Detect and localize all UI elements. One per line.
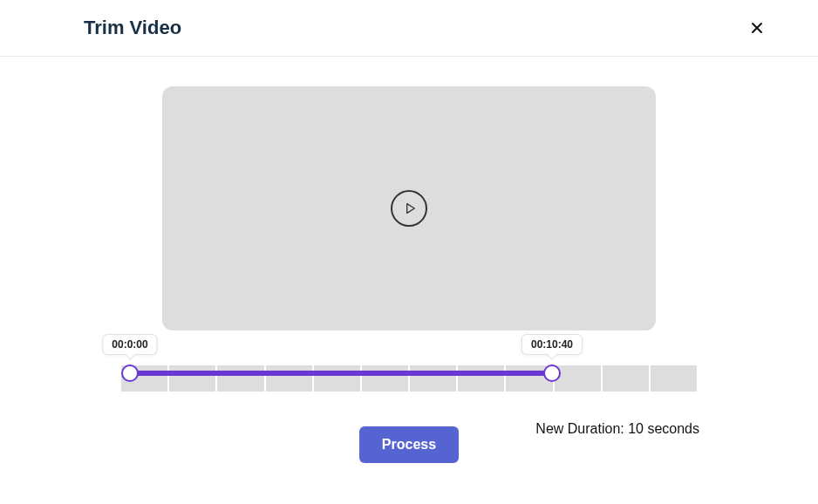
trim-slider[interactable]: 00:0:00 00:10:40 [121,365,697,392]
slider-segment [410,365,456,392]
video-preview [162,86,656,330]
trim-video-modal: Trim Video 00:0:00 00:10:40 [0,0,818,504]
slider-segment [555,365,601,392]
modal-title: Trim Video [84,17,181,39]
slider-segment [169,365,215,392]
slider-segment [651,365,697,392]
play-icon [403,201,417,215]
play-button[interactable] [391,190,427,227]
new-duration-label: New Duration: 10 seconds [535,421,699,437]
process-button[interactable]: Process [359,426,459,463]
close-icon [748,19,766,37]
slider-segment [121,365,167,392]
slider-segment [458,365,504,392]
modal-header: Trim Video [0,0,818,57]
slider-segment [266,365,312,392]
slider-segment [362,365,408,392]
slider-segment [603,365,649,392]
slider-segment [217,365,263,392]
end-time-tooltip: 00:10:40 [521,334,583,355]
start-time-tooltip: 00:0:00 [102,334,157,355]
modal-content: 00:0:00 00:10:40 [0,57,818,463]
slider-segment [506,365,552,392]
close-button[interactable] [745,16,769,40]
modal-footer: New Duration: 10 seconds Process [0,392,818,463]
slider-segments [121,365,697,392]
slider-segment [314,365,360,392]
